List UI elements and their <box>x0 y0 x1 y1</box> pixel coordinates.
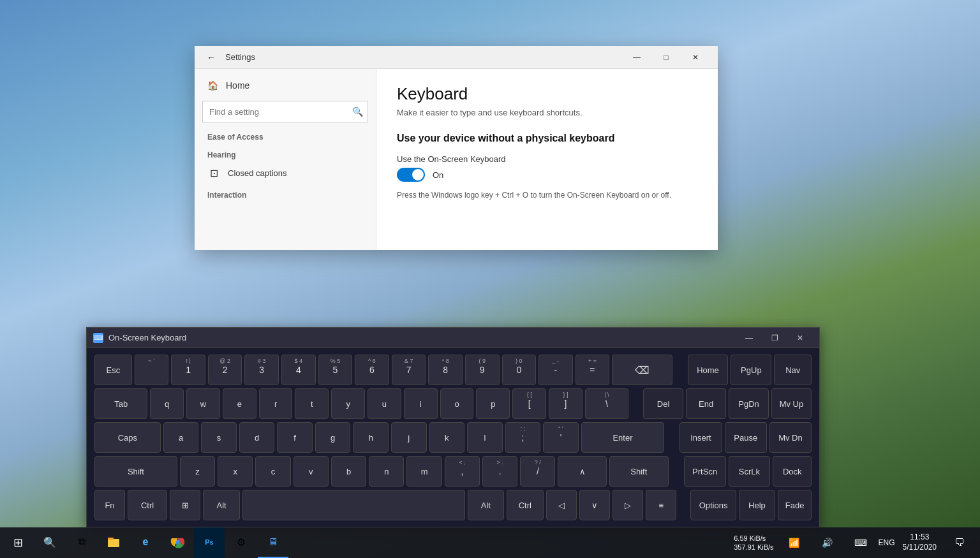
key-8[interactable]: * 88 <box>428 355 463 385</box>
key-p[interactable]: p <box>476 388 510 419</box>
key-ctrl-right[interactable]: Ctrl <box>507 490 543 520</box>
key-left-arrow[interactable]: ◁ <box>546 490 577 520</box>
key-help[interactable]: Help <box>739 490 775 520</box>
key-pgup[interactable]: PgUp <box>731 355 771 385</box>
key-d[interactable]: d <box>239 422 275 453</box>
key-o[interactable]: o <box>440 388 474 419</box>
key-quote[interactable]: " '' <box>543 422 579 453</box>
network-icon[interactable]: 📶 <box>779 527 810 558</box>
key-shift-left[interactable]: Shift <box>94 456 177 487</box>
key-z[interactable]: z <box>180 456 215 487</box>
key-del[interactable]: Del <box>643 388 683 419</box>
key-mv-dn[interactable]: Mv Dn <box>769 422 812 453</box>
key-b[interactable]: b <box>331 456 366 487</box>
key-win[interactable]: ⊞ <box>170 490 200 520</box>
taskbar-edge[interactable]: e <box>130 527 161 558</box>
key-caret[interactable]: ∧ <box>558 456 607 487</box>
osk-restore-button[interactable]: ❐ <box>762 328 787 348</box>
taskbar-chrome[interactable] <box>162 527 193 558</box>
key-backspace[interactable]: ⌫ <box>612 355 672 385</box>
key-home[interactable]: Home <box>688 355 729 385</box>
key-dock[interactable]: Dock <box>773 456 812 487</box>
key-w[interactable]: w <box>186 388 220 419</box>
taskbar-settings[interactable]: ⚙ <box>226 527 256 558</box>
key-alt-left[interactable]: Alt <box>203 490 239 520</box>
key-end[interactable]: End <box>686 388 726 419</box>
key-esc[interactable]: Esc <box>94 355 132 385</box>
key-v[interactable]: v <box>293 456 329 487</box>
key-t[interactable]: t <box>295 388 329 419</box>
key-right-arrow[interactable]: ▷ <box>612 490 643 520</box>
key-i[interactable]: i <box>404 388 438 419</box>
key-n[interactable]: n <box>369 456 404 487</box>
key-s[interactable]: s <box>201 422 237 453</box>
key-c[interactable]: c <box>255 456 290 487</box>
taskbar-fileexplorer[interactable] <box>98 527 129 558</box>
key-g[interactable]: g <box>315 422 351 453</box>
key-nav[interactable]: Nav <box>774 355 812 385</box>
nav-closed-captions[interactable]: ⊡ Closed captions <box>195 162 376 184</box>
taskbar-unknown-app[interactable]: 🖥 <box>258 527 288 558</box>
key-equals[interactable]: + == <box>575 355 610 385</box>
key-menu[interactable]: ≡ <box>646 490 676 520</box>
osk-minimize-button[interactable]: — <box>736 328 762 348</box>
key-pause[interactable]: Pause <box>725 422 767 453</box>
key-1[interactable]: ! |1 <box>171 355 205 385</box>
close-button[interactable]: ✕ <box>681 46 710 69</box>
key-caps[interactable]: Caps <box>94 422 161 453</box>
key-3[interactable]: # 33 <box>244 355 279 385</box>
key-2[interactable]: @ 22 <box>208 355 242 385</box>
key-5[interactable]: % 55 <box>318 355 353 385</box>
key-options[interactable]: Options <box>690 490 736 520</box>
key-e[interactable]: e <box>223 388 256 419</box>
key-y[interactable]: y <box>331 388 365 419</box>
key-4[interactable]: $ 44 <box>281 355 316 385</box>
key-j[interactable]: j <box>391 422 427 453</box>
osk-toggle[interactable] <box>397 168 425 182</box>
key-prtscn[interactable]: PrtScn <box>684 456 726 487</box>
osk-close-button[interactable]: ✕ <box>787 328 813 348</box>
key-backslash[interactable]: | \\ <box>585 388 628 419</box>
key-l[interactable]: l <box>467 422 503 453</box>
key-scrlk[interactable]: ScrLk <box>729 456 771 487</box>
key-k[interactable]: k <box>429 422 465 453</box>
key-r[interactable]: r <box>259 388 293 419</box>
key-mv-up[interactable]: Mv Up <box>771 388 812 419</box>
volume-icon[interactable]: 🔊 <box>812 527 843 558</box>
key-enter[interactable]: Enter <box>581 422 665 453</box>
key-h[interactable]: h <box>353 422 389 453</box>
notification-button[interactable]: 🗨 <box>944 527 975 558</box>
key-7[interactable]: & 77 <box>392 355 426 385</box>
key-fade[interactable]: Fade <box>778 490 812 520</box>
key-insert[interactable]: Insert <box>679 422 722 453</box>
taskbar-search[interactable]: 🔍 <box>34 527 65 558</box>
keyboard-icon[interactable]: ⌨ <box>845 527 876 558</box>
key-m[interactable]: m <box>406 456 442 487</box>
key-space[interactable] <box>242 490 465 520</box>
key-u[interactable]: u <box>368 388 401 419</box>
key-ctrl-left[interactable]: Ctrl <box>128 490 167 520</box>
key-x[interactable]: x <box>218 456 253 487</box>
key-semicolon[interactable]: : ;; <box>505 422 541 453</box>
key-down-arrow[interactable]: ∨ <box>579 490 610 520</box>
key-fn[interactable]: Fn <box>94 490 125 520</box>
key-tilde[interactable]: ~ ` <box>135 355 169 385</box>
key-alt-right[interactable]: Alt <box>468 490 504 520</box>
key-q[interactable]: q <box>150 388 184 419</box>
key-f[interactable]: f <box>277 422 313 453</box>
search-input[interactable] <box>202 101 368 122</box>
minimize-button[interactable]: — <box>622 46 651 69</box>
key-bracket-open[interactable]: { [[ <box>512 388 546 419</box>
key-tab[interactable]: Tab <box>94 388 147 419</box>
key-shift-right[interactable]: Shift <box>609 456 669 487</box>
key-6[interactable]: ^ 66 <box>355 355 389 385</box>
key-pgdn[interactable]: PgDn <box>729 388 769 419</box>
taskbar-taskview[interactable]: ⧉ <box>66 527 97 558</box>
key-period[interactable]: > .. <box>482 456 517 487</box>
taskbar-clock[interactable]: 11:53 5/11/2020 <box>898 532 942 552</box>
key-bracket-close[interactable]: } ]] <box>549 388 583 419</box>
key-slash[interactable]: ? // <box>520 456 555 487</box>
key-9[interactable]: ( 99 <box>465 355 500 385</box>
nav-home[interactable]: 🏠 Home <box>195 74 376 97</box>
back-button[interactable]: ← <box>202 48 220 66</box>
